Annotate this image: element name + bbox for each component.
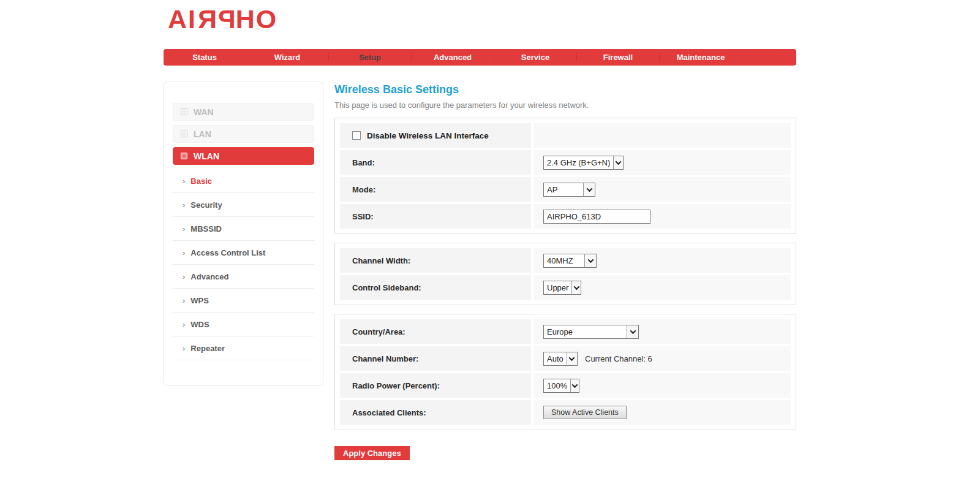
nav-tab-advanced[interactable]: Advanced (412, 49, 494, 66)
sidebar-item-wps[interactable]: › WPS (173, 289, 314, 313)
wireless-icon (181, 153, 187, 159)
chevron-right-icon: › (183, 201, 185, 209)
band-select[interactable]: 2.4 GHz (B+G+N) (543, 156, 624, 170)
sidebar-item-label: LAN (194, 129, 211, 139)
chevron-right-icon: › (183, 297, 185, 305)
chevron-down-icon (584, 254, 596, 267)
sidebar-item-access-control-list[interactable]: › Access Control List (173, 241, 314, 265)
disable-wlan-cell: Disable Wireless LAN Interface (340, 123, 531, 148)
form-row-band: Band: 2.4 GHz (B+G+N) (340, 150, 791, 175)
logo-text-right: HO (236, 4, 278, 34)
chevron-down-icon (567, 352, 577, 365)
page-description: This page is used to configure the param… (334, 101, 796, 110)
channel-number-select[interactable]: Auto (543, 352, 578, 366)
chevron-right-icon: › (183, 321, 185, 328)
nav-tab-service[interactable]: Service (494, 49, 576, 66)
chevron-down-icon (571, 281, 581, 294)
sidebar-item-security[interactable]: › Security (173, 193, 314, 217)
radio-power-label: Radio Power (Percent): (340, 373, 531, 398)
region-box: Country/Area: Europe Channel Number: Aut… (334, 314, 796, 430)
sidebar-item-wan[interactable]: WAN (173, 103, 314, 121)
wireless-basic-box: Disable Wireless LAN Interface Band: 2.4… (334, 118, 796, 234)
form-row-control-sideband: Control Sideband: Upper (340, 275, 791, 300)
sidebar-item-basic[interactable]: › Basic (173, 169, 314, 193)
radio-power-value: 100% (544, 379, 570, 392)
form-row-radio-power: Radio Power (Percent): 100% (340, 373, 791, 398)
empty-value-cell (534, 123, 791, 148)
device-icon (181, 131, 187, 137)
form-row-country: Country/Area: Europe (340, 319, 791, 344)
main-content: Wireless Basic Settings This page is use… (334, 83, 796, 460)
current-channel-note: Current Channel: 6 (585, 354, 652, 363)
nav-spacer (742, 49, 796, 66)
channel-width-value: 40MHZ (544, 254, 584, 267)
channel-box: Channel Width: 40MHZ Control Sideband: U… (334, 243, 796, 305)
mode-select-value: AP (544, 183, 583, 196)
nav-tab-status[interactable]: Status (164, 49, 246, 66)
chevron-right-icon: › (183, 249, 185, 257)
disable-wlan-label: Disable Wireless LAN Interface (367, 131, 489, 140)
form-row-associated-clients: Associated Clients: Show Active Clients (340, 400, 791, 425)
ssid-input[interactable] (543, 210, 650, 224)
control-sideband-select[interactable]: Upper (543, 281, 581, 295)
country-label: Country/Area: (340, 319, 531, 344)
sidebar-item-label: Security (190, 200, 222, 210)
chevron-down-icon (570, 379, 579, 392)
control-sideband-label: Control Sideband: (340, 275, 531, 300)
nav-tab-setup[interactable]: Setup (329, 49, 411, 66)
sidebar: WAN LAN WLAN › Basic › Security › MBSSID… (164, 82, 323, 386)
sidebar-item-label: Repeater (190, 344, 225, 353)
band-label: Band: (340, 150, 531, 175)
form-row-channel-width: Channel Width: 40MHZ (340, 248, 791, 273)
channel-width-select[interactable]: 40MHZ (543, 254, 597, 268)
mode-label: Mode: (340, 177, 531, 202)
form-row-mode: Mode: AP (340, 177, 791, 202)
radio-power-select[interactable]: 100% (543, 379, 579, 393)
sidebar-item-label: WLAN (194, 151, 219, 161)
chevron-right-icon: › (183, 225, 185, 233)
sidebar-item-mbssid[interactable]: › MBSSID (173, 217, 314, 241)
show-active-clients-button[interactable]: Show Active Clients (543, 406, 627, 419)
device-icon (181, 108, 187, 115)
logo-mirrored-r: R (197, 6, 217, 32)
sidebar-item-wds[interactable]: › WDS (173, 313, 314, 336)
logo-text-left: AI (168, 4, 197, 34)
sidebar-item-repeater[interactable]: › Repeater (173, 336, 314, 360)
form-row-disable-wlan: Disable Wireless LAN Interface (340, 123, 791, 148)
sidebar-item-wlan[interactable]: WLAN (173, 147, 314, 165)
channel-width-label: Channel Width: (340, 248, 531, 273)
channel-number-label: Channel Number: (340, 346, 531, 371)
chevron-right-icon: › (183, 177, 185, 185)
chevron-right-icon: › (183, 273, 185, 281)
country-select[interactable]: Europe (543, 325, 639, 339)
sidebar-item-label: Access Control List (190, 248, 265, 257)
country-select-value: Europe (544, 325, 627, 338)
sidebar-item-label: WAN (194, 107, 214, 117)
sidebar-item-lan[interactable]: LAN (173, 125, 314, 143)
ssid-label: SSID: (340, 204, 531, 229)
nav-tab-firewall[interactable]: Firewall (577, 49, 659, 66)
nav-tab-wizard[interactable]: Wizard (246, 49, 328, 66)
disable-wlan-checkbox[interactable] (352, 131, 361, 140)
chevron-down-icon (613, 156, 623, 169)
mode-select[interactable]: AP (543, 183, 595, 197)
sidebar-item-advanced[interactable]: › Advanced (173, 265, 314, 289)
form-row-ssid: SSID: (340, 204, 791, 229)
sidebar-item-label: Advanced (190, 272, 228, 281)
control-sideband-value: Upper (544, 281, 571, 294)
top-navbar: Status Wizard Setup Advanced Service Fir… (164, 49, 796, 66)
chevron-down-icon (627, 325, 638, 338)
sidebar-item-label: WDS (190, 320, 209, 329)
chevron-down-icon (583, 183, 595, 196)
nav-tab-maintenance[interactable]: Maintenance (660, 49, 742, 66)
logo-mirrored-p: P (217, 6, 236, 32)
sidebar-item-label: WPS (190, 296, 209, 305)
sidebar-item-label: MBSSID (190, 224, 222, 233)
apply-changes-button[interactable]: Apply Changes (334, 446, 410, 460)
chevron-right-icon: › (183, 344, 185, 352)
channel-number-value: Auto (544, 352, 567, 365)
form-row-channel-number: Channel Number: Auto Current Channel: 6 (340, 346, 791, 371)
page-title: Wireless Basic Settings (334, 83, 796, 96)
band-select-value: 2.4 GHz (B+G+N) (544, 156, 613, 169)
sidebar-item-label: Basic (190, 176, 212, 186)
